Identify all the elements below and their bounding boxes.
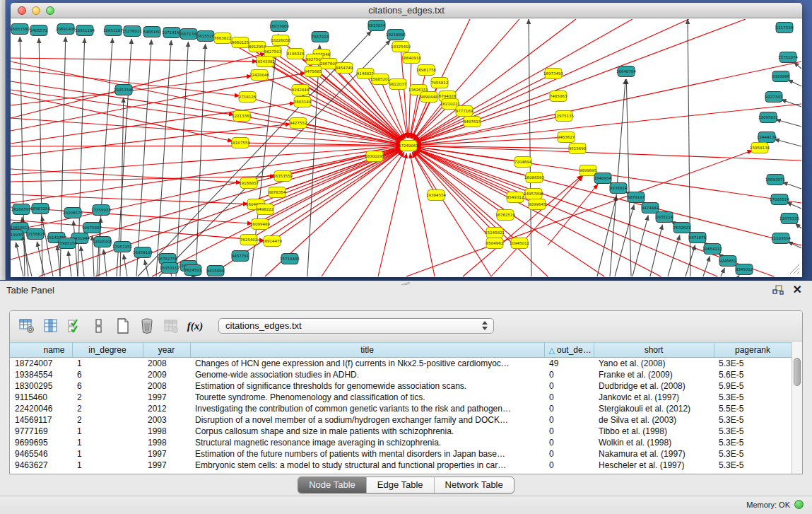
column-header-name[interactable]: name [10,343,72,358]
graph-node[interactable]: 16762519 [495,210,515,221]
graph-node[interactable]: 8454749 [336,63,353,74]
float-window-icon[interactable] [772,285,784,295]
graph-node[interactable]: 3319936 [11,230,23,240]
graph-node[interactable]: 9457791 [232,251,249,262]
graph-node[interactable]: 15751074 [778,52,798,63]
graph-node[interactable]: 12505195 [93,237,112,247]
citation-edge-black[interactable] [68,251,71,276]
graph-node[interactable]: 7955812 [431,78,449,88]
citation-edge-red[interactable] [408,58,411,138]
citation-edge-black[interactable] [156,40,171,276]
delete-table-icon[interactable] [136,315,158,337]
citation-edge-red[interactable] [11,58,257,62]
citation-edge-black[interactable] [721,268,724,276]
citation-edge-red[interactable] [416,19,689,142]
citation-edge-red[interactable] [11,54,265,118]
citation-edge-red[interactable] [322,152,404,276]
citation-edge-black[interactable] [39,38,42,276]
table-settings-icon[interactable] [16,315,37,337]
citation-edge-black[interactable] [782,182,801,189]
column-header-title[interactable]: title [190,343,544,358]
graph-node[interactable]: 16543382 [255,57,275,67]
graph-node[interactable]: 14957896 [524,189,543,199]
graph-node[interactable]: 15245821 [485,228,505,238]
citation-edge-red[interactable] [378,153,407,276]
graph-node[interactable]: 8186328 [287,49,305,59]
graph-node[interactable]: 8471676 [689,233,707,243]
table-row[interactable]: 911546021997Tourette syndrome. Phenomeno… [10,392,792,403]
graph-node[interactable]: 2803144 [294,97,312,107]
graph-node[interactable]: 6879197 [628,192,645,203]
graph-node[interactable]: 16099489 [250,219,270,230]
citation-edge-black[interactable] [136,40,151,276]
citation-edge-black[interactable] [788,80,801,86]
citation-edge-black[interactable] [650,225,662,276]
graph-node[interactable]: 9777169 [456,106,473,117]
graph-node[interactable]: 9660125 [232,37,249,48]
graph-node[interactable]: 16914479 [262,236,282,247]
graph-node[interactable]: 7857224 [312,32,329,42]
graph-node[interactable]: 16648784 [616,66,636,77]
citation-edge-black[interactable] [739,276,739,276]
column-header-out_de[interactable]: △out_de… [544,343,594,358]
network-window[interactable]: citations_edges.txt 16053380240557220691… [11,3,802,277]
graph-node[interactable]: 7625402 [240,235,258,245]
citation-edge-red[interactable] [416,62,801,144]
graph-node[interactable]: 12444134 [757,132,777,143]
citation-edge-black[interactable] [795,223,801,228]
citation-edge-black[interactable] [176,42,188,276]
graph-node[interactable]: 29053346 [114,85,134,95]
graph-node[interactable]: 16958107 [133,247,153,258]
graph-node[interactable]: 9242844 [292,85,310,95]
table-row[interactable]: 2242004622012Investigating the contribut… [10,403,792,414]
citation-edge-black[interactable] [307,45,319,276]
graph-node[interactable]: 9474444 [642,203,659,214]
citation-edge-red[interactable] [272,150,402,241]
citation-edge-black[interactable] [775,139,801,146]
graph-node[interactable]: 9245652 [719,256,737,267]
graph-node[interactable]: 7485063 [550,91,567,102]
close-icon[interactable]: ✕ [793,283,802,296]
graph-node[interactable]: 16353112 [160,263,180,274]
graph-node[interactable]: 8878354 [269,187,286,198]
graph-node[interactable]: 16973493 [543,69,563,79]
graph-node[interactable]: 26206597 [11,204,31,215]
tab-network-table[interactable]: Network Table [434,477,514,493]
citation-edge-red[interactable] [410,90,418,138]
graph-node[interactable]: 22420046 [249,70,269,81]
graph-node[interactable]: 18107554 [230,138,250,148]
graph-node[interactable]: 15885201 [370,74,390,85]
citation-edge-red[interactable] [11,103,295,144]
graph-node[interactable]: 12213363 [232,111,252,122]
citation-edge-black[interactable] [117,39,131,276]
network-window-titlebar[interactable]: citations_edges.txt [11,3,802,18]
graph-node[interactable]: 20691406 [56,24,76,35]
graph-node[interactable]: 17016514 [770,194,789,205]
graph-node[interactable]: 15905150 [57,238,77,249]
vertical-scrollbar[interactable] [792,342,802,474]
graph-node[interactable]: 15692971 [765,175,785,185]
table-row[interactable]: 977716911998Corpus callosum shape and si… [10,426,792,437]
graph-node[interactable]: 8813054 [368,21,386,31]
graph-node[interactable]: 10945012 [510,238,529,249]
graph-node[interactable]: 16053380 [11,24,30,35]
select-all-rows-icon[interactable] [64,315,86,337]
graph-node[interactable]: 16961758 [416,65,436,76]
graph-node[interactable]: 17359928 [91,205,111,216]
graph-node[interactable]: 7204694 [514,157,532,168]
table-row[interactable]: 946554611997Estimation of the future num… [10,448,792,460]
graph-node[interactable]: 18300295 [365,151,384,162]
graph-node[interactable]: 20206576 [63,208,83,218]
graph-node[interactable]: 15958134 [750,143,770,153]
graph-node[interactable]: 8584962 [486,238,504,249]
table-row[interactable]: 1456911722003Disruption of a novel membe… [10,414,792,426]
graph-node[interactable]: 1640954 [594,173,612,184]
citation-edge-black[interactable] [42,216,53,276]
graph-node[interactable]: 16033809 [269,21,289,32]
graph-node[interactable]: 2718126 [239,92,257,103]
table-row[interactable]: 1938455462009Genome-wide association stu… [10,369,792,380]
graph-node[interactable]: 9227343 [765,92,783,103]
graph-node[interactable]: 2935114 [656,212,673,223]
citation-edge-black[interactable] [597,196,616,276]
new-table-icon[interactable] [112,315,134,337]
